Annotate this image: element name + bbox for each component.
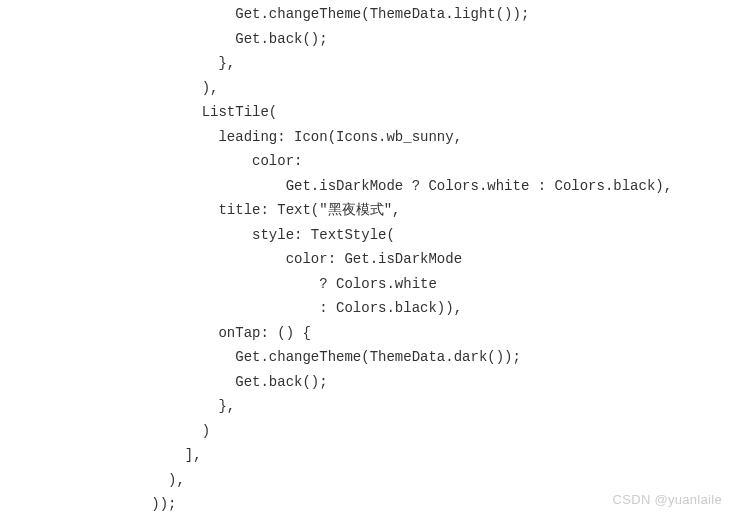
code-line: Get.back();	[0, 370, 734, 395]
code-line: ? Colors.white	[0, 272, 734, 297]
code-line: leading: Icon(Icons.wb_sunny,	[0, 125, 734, 150]
code-line: style: TextStyle(	[0, 223, 734, 248]
code-block: Get.changeTheme(ThemeData.light()); Get.…	[0, 2, 734, 522]
code-line: Get.isDarkMode ? Colors.white : Colors.b…	[0, 174, 734, 199]
code-line: : Colors.black)),	[0, 296, 734, 321]
code-line: ),	[0, 76, 734, 101]
code-line: },	[0, 394, 734, 419]
code-line: color:	[0, 149, 734, 174]
code-line: ),	[0, 468, 734, 493]
code-line: )	[0, 419, 734, 444]
code-line: title: Text("黑夜模式",	[0, 198, 734, 223]
code-line: Get.changeTheme(ThemeData.dark());	[0, 345, 734, 370]
code-line: onTap: () {	[0, 321, 734, 346]
code-line: ));	[0, 492, 734, 517]
code-line: color: Get.isDarkMode	[0, 247, 734, 272]
code-line: ],	[0, 443, 734, 468]
code-line: ListTile(	[0, 100, 734, 125]
code-line: Get.changeTheme(ThemeData.light());	[0, 2, 734, 27]
code-line: Get.back();	[0, 27, 734, 52]
code-line: },	[0, 517, 734, 523]
code-line: },	[0, 51, 734, 76]
